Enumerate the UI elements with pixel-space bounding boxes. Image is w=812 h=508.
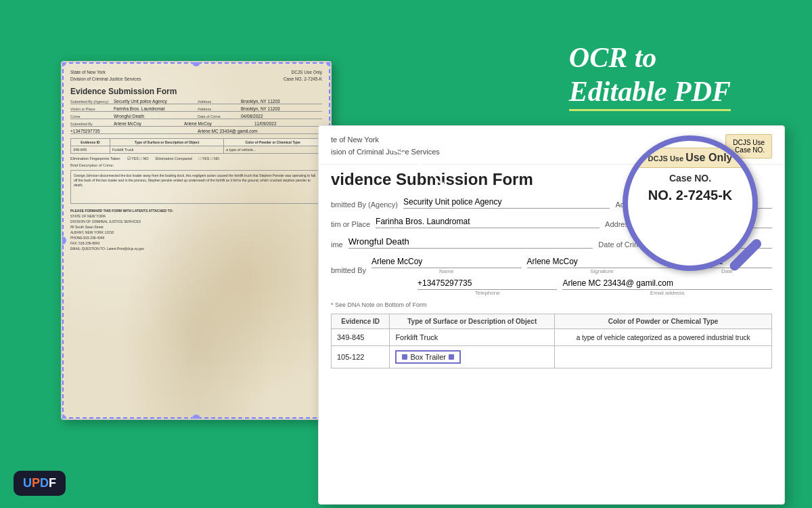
right-victim-value: Farinha Bros. Laundromat — [376, 217, 600, 228]
handle-bm[interactable] — [192, 415, 200, 420]
right-email-label: Email address — [562, 290, 772, 296]
right-evidence-table: Evidence ID Type of Surface or Descripti… — [331, 314, 772, 368]
right-crime-label: ime — [331, 240, 343, 249]
left-evidence-table: Evidence ID Type of Surface or Descripti… — [70, 138, 322, 154]
evidence-type-1: Forklift Truck — [390, 329, 555, 346]
left-field-victim: Victim or Place Farinha Bros. Laundromat… — [70, 106, 322, 112]
left-description: George Johnson disconnected the box load… — [70, 170, 322, 204]
right-telephone-value: +13475297735 — [418, 278, 557, 290]
left-field-crime: Crime Wrongful Death Date of Crime 04/08… — [70, 114, 322, 119]
right-submitted-by2-label: bmitted By — [331, 266, 366, 274]
svg-marker-0 — [436, 182, 447, 191]
dna-note: * See DNA Note on Bottom of Form — [319, 301, 784, 308]
left-forward-section: PLEASE FORWARD THIS FORM WITH LATENTS AT… — [70, 208, 322, 251]
magnifier: DCJS Use Use Only Case NO. NO. 2-7245-K — [623, 135, 771, 284]
selection-handle-left — [402, 354, 407, 360]
magnifier-use-only: DCJS Use Use Only — [633, 148, 747, 168]
ocr-line2: Editable PDF — [569, 75, 731, 110]
left-doc-header: State of New York Division of Criminal J… — [70, 69, 322, 83]
handle-bl[interactable] — [61, 415, 66, 420]
box-trailer-text: Box Trailer — [410, 353, 446, 361]
right-name-label: Name — [371, 268, 522, 274]
magnifier-content: DCJS Use Use Only Case NO. NO. 2-7245-K — [628, 141, 752, 211]
magnifier-case-no: NO. 2-7245-K — [633, 186, 747, 205]
table-row-1: 349-845 Forklift Truck a type of vehicle… — [332, 329, 772, 346]
left-doc-content: State of New York Division of Criminal J… — [62, 62, 330, 258]
updf-logo: UPDF — [14, 471, 66, 496]
right-name-value: Arlene McCoy — [371, 257, 522, 268]
left-checkbox-row: Elimination Fingerprints Taken ☑ YES □ N… — [70, 156, 322, 161]
arrow-icon — [332, 135, 453, 203]
magnifier-case-label: Case NO. — [633, 172, 747, 186]
box-trailer-highlight: Box Trailer — [395, 350, 461, 364]
ocr-title: OCR to Editable PDF — [569, 41, 731, 111]
table-header-type: Type of Surface or Description of Object — [390, 314, 555, 329]
magnifier-circle: DCJS Use Use Only Case NO. NO. 2-7245-K — [623, 135, 758, 271]
table-header-id: Evidence ID — [332, 314, 390, 329]
left-field-agency: Submitted By (Agency) Security Unit poli… — [70, 99, 322, 104]
scanned-document: State of New York Division of Criminal J… — [61, 61, 332, 420]
table-header-color: Color of Powder or Chemical Type — [555, 314, 772, 329]
table-row: 349-845 Forklift Truck a type of vehicle… — [71, 146, 322, 153]
left-dcjs-info: DCJS Use Only Case NO. 2-7245-K — [284, 69, 322, 83]
evidence-type-2: Box Trailer — [390, 346, 555, 368]
right-telephone-label: Telephone — [418, 290, 557, 296]
right-victim-label: tim or Place — [331, 220, 370, 228]
evidence-id-2: 105-122 — [332, 346, 390, 368]
updf-logo-text: UPDF — [23, 476, 56, 490]
right-crime-value: Wrongful Death — [348, 236, 593, 249]
ocr-line1: OCR to — [569, 41, 731, 75]
evidence-id-1: 349-845 — [332, 329, 390, 346]
selection-handle-right — [449, 354, 454, 360]
left-state-info: State of New York Division of Criminal J… — [70, 69, 141, 83]
left-field-contact: +13475297735 Arlene MC 23434@ gamil.com — [70, 129, 322, 134]
evidence-color-1: a type of vehicle categorized as a power… — [555, 329, 772, 346]
left-doc-title: Evidence Submission Form — [70, 87, 322, 96]
left-field-submitted: Submitted By Arlene McCoy Arlene McCoy 1… — [70, 121, 322, 127]
table-row-2: 105-122 Box Trailer — [332, 346, 772, 368]
evidence-color-2 — [555, 346, 772, 368]
